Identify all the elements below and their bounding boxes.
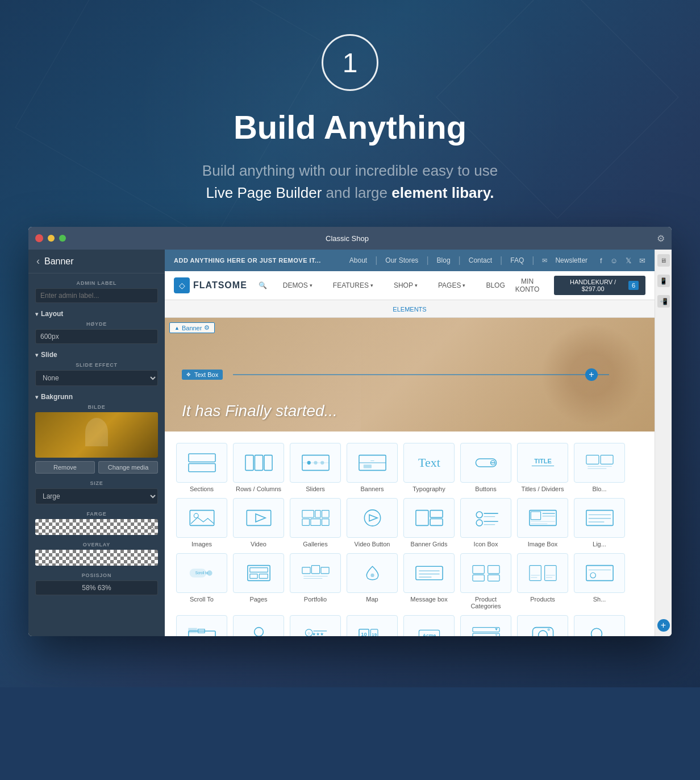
nav-demos[interactable]: DEMOS ▾ <box>278 279 317 292</box>
cms-bar: ADD ANYTHING HERE OR JUST REMOVE IT... A… <box>165 250 655 271</box>
element-message-box[interactable]: Message box <box>403 553 455 609</box>
element-banner-grids[interactable]: Banner Grids <box>403 498 455 547</box>
elements-nav-item[interactable]: ELEMENTS <box>389 305 430 314</box>
svg-marker-105 <box>495 634 498 636</box>
svg-rect-72 <box>472 566 484 574</box>
media-buttons: Remove Change media <box>35 461 158 474</box>
element-accordion[interactable]: Accordion <box>460 615 511 636</box>
svg-rect-21 <box>601 455 613 464</box>
element-image-box[interactable]: Image Box <box>517 498 568 547</box>
color-swatch[interactable] <box>35 519 158 535</box>
element-products[interactable]: Products <box>517 553 568 609</box>
element-team-member[interactable]: Team Member <box>233 615 284 636</box>
admin-label-input[interactable] <box>35 288 158 303</box>
element-typography[interactable]: Text Typography <box>403 443 455 492</box>
element-icon-box[interactable]: Icon Box <box>460 498 511 547</box>
element-banners[interactable]: — Banners <box>347 443 398 492</box>
svg-text:Text: Text <box>418 455 440 470</box>
element-product-categories[interactable]: Product Categories <box>460 553 511 609</box>
sh-icon <box>574 553 625 593</box>
background-section-header[interactable]: Bakgrunn <box>35 393 158 401</box>
sidebar-header: ‹ Banner <box>28 250 165 273</box>
add-element-button[interactable]: + <box>585 368 598 381</box>
wp-logo: FLATSOME <box>174 277 247 293</box>
banner-label-text: Banner <box>182 325 202 331</box>
step-circle: 1 <box>322 34 378 91</box>
element-scroll-to[interactable]: Scroll to Scroll To <box>176 553 227 609</box>
svg-rect-29 <box>315 511 320 518</box>
tabs-icon <box>176 615 227 636</box>
element-blog[interactable]: Blo... <box>574 443 625 492</box>
element-se[interactable]: Se... <box>574 615 625 636</box>
element-map[interactable]: Map <box>347 553 398 609</box>
nav-shop[interactable]: SHOP ▾ <box>389 279 422 292</box>
element-instagram[interactable]: Instagram feed <box>517 615 568 636</box>
layout-section-header[interactable]: Layout <box>35 310 158 318</box>
blog-icon <box>574 443 625 483</box>
overlay-field-group: OVERLAY <box>35 542 158 566</box>
element-logo[interactable]: Acme Logo <box>403 615 455 636</box>
position-value[interactable]: 58% 63% <box>35 580 158 595</box>
svg-rect-28 <box>302 511 313 518</box>
element-row-4: Tabs Team Member <box>176 615 643 636</box>
element-testimonials[interactable]: ☺ ★★★ Testimonials <box>290 615 341 636</box>
slide-section-header[interactable]: Slide <box>35 351 158 359</box>
subtitle-and-large-text: and large <box>326 184 388 201</box>
svg-rect-73 <box>488 566 499 574</box>
map-icon <box>347 553 398 593</box>
element-video-button[interactable]: Video Button <box>347 498 398 547</box>
svg-rect-76 <box>529 566 540 581</box>
nav-search-icon[interactable]: 🔍 <box>259 281 267 289</box>
page-canvas: ▲ Banner ⚙ ✥ Text Box + It has Finally s… <box>165 318 655 636</box>
cms-nav-contact[interactable]: Contact <box>469 256 492 264</box>
element-images[interactable]: Images <box>176 498 227 547</box>
gear-icon[interactable]: ⚙ <box>657 233 665 244</box>
right-edge-device-tablet[interactable]: 📱 <box>657 275 670 287</box>
logo-icon <box>174 277 190 293</box>
element-pages[interactable]: Pages <box>233 553 284 609</box>
element-portfolio[interactable]: Portfolio <box>290 553 341 609</box>
cms-nav-stores[interactable]: Our Stores <box>385 256 418 264</box>
element-row-1: Sections <box>176 443 643 492</box>
cms-nav-newsletter[interactable]: Newsletter <box>555 256 588 264</box>
element-sliders[interactable]: Sliders <box>290 443 341 492</box>
element-video[interactable]: Video <box>233 498 284 547</box>
instagram-icon-bar: ☺ <box>610 256 618 265</box>
nav-pages[interactable]: PAGES ▾ <box>434 279 470 292</box>
change-media-button[interactable]: Change media <box>98 461 158 474</box>
element-countdown[interactable]: 10 DAYS 19 MIN Countdown <box>347 615 398 636</box>
height-label: HØYDE <box>35 321 158 327</box>
element-rows[interactable]: Rows / Columns <box>233 443 284 492</box>
svg-point-42 <box>476 520 482 526</box>
nav-blog[interactable]: BLOG <box>481 279 509 292</box>
element-lig[interactable]: Lig... <box>574 498 625 547</box>
element-sh[interactable]: Sh... <box>574 553 625 609</box>
min-konto-link[interactable]: MIN KONTO <box>510 277 545 293</box>
right-edge-device-desktop[interactable]: 🖥 <box>657 254 670 267</box>
size-select[interactable]: Large <box>35 488 158 504</box>
email-icon-bar: ✉ <box>639 256 645 265</box>
svg-rect-46 <box>531 512 540 520</box>
element-galleries[interactable]: Galleries <box>290 498 341 547</box>
element-buttons[interactable]: Buttons <box>460 443 511 492</box>
cms-nav-about[interactable]: About <box>349 256 367 264</box>
right-edge-device-mobile[interactable]: 📲 <box>657 295 670 308</box>
element-tabs[interactable]: Tabs <box>176 615 227 636</box>
cart-button[interactable]: HANDLEKURV / $297.00 6 <box>554 276 645 295</box>
cms-nav-blog[interactable]: Blog <box>437 256 451 264</box>
products-label: Products <box>530 596 555 603</box>
height-input[interactable] <box>35 329 158 344</box>
svg-rect-77 <box>544 566 556 581</box>
nav-features[interactable]: FEATURES ▾ <box>328 279 378 292</box>
element-sections[interactable]: Sections <box>176 443 227 492</box>
overlay-swatch[interactable] <box>35 550 158 566</box>
sidebar-back-button[interactable]: ‹ <box>36 255 40 267</box>
slide-effect-select[interactable]: None <box>35 370 158 386</box>
countdown-icon: 10 DAYS 19 MIN <box>347 615 398 636</box>
element-titles[interactable]: TITLE Titles / Dividers <box>517 443 568 492</box>
remove-button[interactable]: Remove <box>35 461 95 474</box>
cms-nav-faq[interactable]: FAQ <box>510 256 524 264</box>
right-edge-add-button[interactable]: + <box>657 619 670 632</box>
map-label: Map <box>366 596 378 603</box>
accordion-icon <box>460 615 511 636</box>
